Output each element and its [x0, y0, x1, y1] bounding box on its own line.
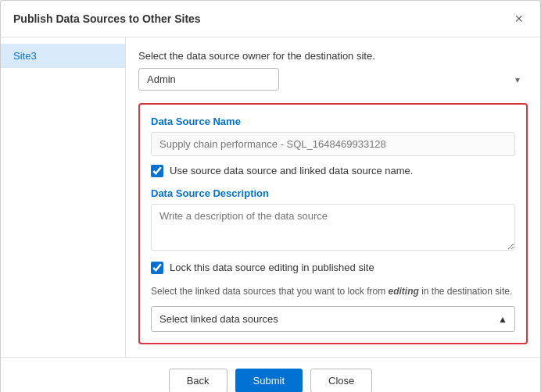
dialog-header: Publish Data Sources to Other Sites ×: [1, 1, 540, 37]
hint-text-italic: editing: [389, 286, 419, 297]
sidebar-item-site3[interactable]: Site3: [1, 44, 125, 68]
datasource-name-input[interactable]: [151, 132, 515, 156]
use-source-label[interactable]: Use source data source and linked data s…: [170, 164, 413, 178]
hint-text: Select the linked data sources that you …: [151, 284, 515, 298]
dialog-title: Publish Data Sources to Other Sites: [13, 12, 201, 25]
use-source-row: Use source data source and linked data s…: [151, 164, 515, 178]
owner-label: Select the data source owner for the des…: [138, 50, 528, 62]
lock-label[interactable]: Lock this data source editing in publish…: [170, 261, 374, 275]
datasource-desc-textarea[interactable]: [151, 204, 515, 251]
lock-checkbox[interactable]: [151, 262, 163, 274]
use-source-checkbox[interactable]: [151, 165, 163, 177]
dialog-body: Site3 Select the data source owner for t…: [1, 37, 540, 357]
datasource-name-label: Data Source Name: [151, 116, 515, 127]
hint-text-after: in the destination site.: [419, 286, 512, 297]
owner-select-wrapper: Admin ▼: [138, 68, 528, 91]
dialog-close-button[interactable]: ×: [510, 10, 528, 27]
hint-text-before: Select the linked data sources that you …: [151, 286, 389, 297]
lock-checkbox-row: Lock this data source editing in publish…: [151, 261, 515, 275]
back-button[interactable]: Back: [169, 369, 228, 392]
linked-datasources-dropdown[interactable]: Select linked data sources: [151, 306, 515, 332]
owner-dropdown[interactable]: Admin: [138, 68, 279, 91]
datasource-desc-label: Data Source Description: [151, 187, 515, 199]
submit-button[interactable]: Submit: [235, 369, 303, 392]
linked-dropdown-wrapper: Select linked data sources ▲: [151, 306, 515, 332]
publish-dialog: Publish Data Sources to Other Sites × Si…: [0, 0, 541, 392]
owner-dropdown-arrow: ▼: [514, 75, 521, 84]
main-content: Select the data source owner for the des…: [126, 37, 540, 357]
close-button[interactable]: Close: [310, 369, 372, 392]
sidebar: Site3: [1, 37, 126, 357]
red-bordered-section: Data Source Name Use source data source …: [138, 103, 528, 344]
dialog-footer: Back Submit Close: [1, 357, 540, 392]
